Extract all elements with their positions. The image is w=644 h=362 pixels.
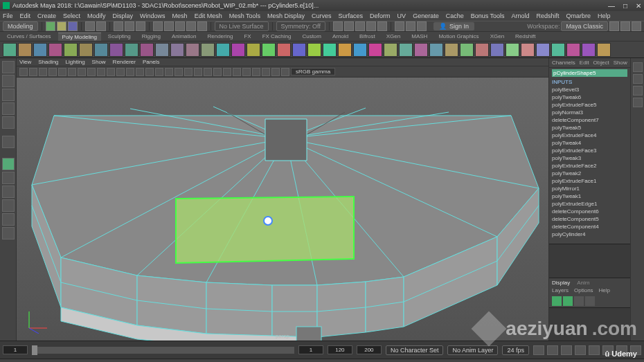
shelf-button-21[interactable] — [323, 43, 337, 57]
shelf-tab-motion-graphics[interactable]: Motion Graphics — [434, 33, 483, 40]
shelf-tab-arnold[interactable]: Arnold — [328, 33, 352, 40]
minimize-button[interactable]: — — [608, 2, 615, 10]
menu-deform[interactable]: Deform — [370, 12, 391, 19]
history-node[interactable]: polyMirror1 — [552, 185, 627, 192]
playblast-icon[interactable] — [377, 21, 387, 31]
history-node[interactable]: polyTweak3 — [552, 154, 627, 162]
layer-tab-help[interactable]: Help — [599, 287, 610, 293]
viewport-btn-10[interactable] — [116, 68, 125, 76]
viewport-btn-3[interactable] — [48, 68, 57, 76]
shelf-button-30[interactable] — [460, 43, 474, 57]
paint-select-icon[interactable] — [136, 21, 145, 31]
bevel-manipulator-icon[interactable] — [263, 216, 273, 226]
menu-create[interactable]: Create — [37, 12, 56, 19]
menu-display[interactable]: Display — [113, 12, 134, 19]
time-slider-head[interactable] — [32, 345, 37, 355]
history-node[interactable]: polyCylinder4 — [552, 230, 627, 238]
shelf-button-1[interactable] — [18, 43, 32, 57]
channel-tab-channels[interactable]: Channels — [552, 60, 575, 66]
shelf-button-3[interactable] — [48, 43, 62, 57]
shelf-button-20[interactable] — [307, 43, 321, 57]
shelf-button-6[interactable] — [94, 43, 108, 57]
sign-in-button[interactable]: 👤 Sign In — [433, 22, 474, 30]
symmetry-toggle[interactable]: Symmetry: Off — [276, 21, 325, 31]
shelf-tab-custom[interactable]: Custom — [298, 33, 325, 40]
shelf-button-22[interactable] — [338, 43, 352, 57]
layout-hyper-icon[interactable] — [2, 213, 15, 226]
menu-uv[interactable]: UV — [397, 12, 406, 19]
range-start-field[interactable] — [3, 345, 28, 354]
history-node[interactable]: deleteComponent5 — [552, 215, 627, 223]
shelf-button-29[interactable] — [445, 43, 458, 57]
shelf-button-25[interactable] — [384, 43, 397, 57]
render-settings-icon[interactable] — [366, 21, 376, 31]
history-node[interactable]: deleteComponent7 — [552, 116, 627, 124]
viewport-btn-26[interactable] — [271, 68, 280, 76]
shelf-button-5[interactable] — [79, 43, 93, 57]
viewport-btn-2[interactable] — [39, 68, 47, 76]
scale-tool-icon[interactable] — [2, 116, 15, 129]
history-node[interactable]: polyExtrudeFace1 — [552, 177, 627, 185]
new-scene-icon[interactable] — [46, 21, 55, 31]
shelf-tab-sculpting[interactable]: Sculpting — [104, 33, 135, 40]
shelf-button-39[interactable] — [597, 43, 611, 57]
viewport-btn-13[interactable] — [145, 68, 154, 76]
menu-modify[interactable]: Modify — [87, 12, 106, 19]
viewport-btn-7[interactable] — [87, 68, 96, 76]
menu-windows[interactable]: Windows — [140, 12, 166, 19]
menu-redshift[interactable]: Redshift — [537, 12, 560, 19]
shelf-tab-poly-modeling[interactable]: Poly Modeling — [58, 33, 101, 41]
history-node[interactable]: polyTweak1 — [552, 192, 627, 200]
viewport-btn-0[interactable] — [19, 68, 28, 76]
shelf-button-8[interactable] — [125, 43, 138, 57]
layout-single-icon[interactable] — [2, 158, 15, 170]
menu-help[interactable]: Help — [598, 12, 611, 19]
panel-menu-panels[interactable]: Panels — [143, 59, 159, 65]
history-node[interactable]: polyExtrudeFace5 — [552, 101, 627, 109]
viewport-btn-24[interactable] — [252, 68, 260, 76]
channel-tab-show[interactable]: Show — [614, 60, 627, 66]
viewport-btn-20[interactable] — [213, 68, 222, 76]
menu-curves[interactable]: Curves — [312, 12, 332, 19]
maximize-button[interactable]: □ — [623, 2, 627, 10]
viewport-btn-6[interactable] — [78, 68, 86, 76]
menu-edit-mesh[interactable]: Edit Mesh — [195, 12, 222, 19]
snap-grid-icon[interactable] — [153, 21, 163, 31]
shelf-button-10[interactable] — [155, 43, 169, 57]
attribute-editor-icon[interactable] — [633, 74, 643, 84]
anim-layer-selector[interactable]: No Anim Layer — [447, 345, 498, 355]
snap-plane-icon[interactable] — [186, 21, 196, 31]
viewport-btn-15[interactable] — [165, 68, 173, 76]
display-tab[interactable]: Display — [552, 280, 570, 286]
layer-add-icon[interactable] — [563, 296, 573, 306]
menu-bonus-tools[interactable]: Bonus Tools — [471, 12, 505, 19]
shelf-button-31[interactable] — [475, 43, 489, 57]
play-forward-icon[interactable] — [575, 345, 586, 355]
layout-four-icon[interactable] — [2, 172, 15, 184]
tool-settings-icon[interactable] — [633, 86, 643, 96]
shelf-button-37[interactable] — [566, 43, 580, 57]
panel-menu-view[interactable]: View — [19, 59, 31, 65]
viewport-persp[interactable]: persp — [17, 78, 548, 341]
shelf-button-33[interactable] — [506, 43, 519, 57]
history-node[interactable]: polyExtrudeFace2 — [552, 162, 627, 170]
step-forward-icon[interactable] — [589, 345, 600, 355]
shelf-button-12[interactable] — [186, 43, 199, 57]
history-node[interactable]: polyNormal3 — [552, 109, 627, 116]
shelf-button-24[interactable] — [368, 43, 382, 57]
shelf-button-26[interactable] — [399, 43, 413, 57]
panel-menu-renderer[interactable]: Renderer — [113, 59, 136, 65]
shelf-button-36[interactable] — [551, 43, 565, 57]
shelf-button-0[interactable] — [3, 43, 17, 57]
modeling-toolkit-icon[interactable] — [633, 62, 643, 72]
module-selector[interactable]: Modeling — [3, 21, 38, 31]
lasso-icon[interactable] — [125, 21, 134, 31]
layout-outliner-icon[interactable] — [2, 185, 15, 198]
viewport-btn-23[interactable] — [242, 68, 251, 76]
ipr-icon[interactable] — [355, 21, 365, 31]
viewport-btn-11[interactable] — [126, 68, 134, 76]
menu-generate[interactable]: Generate — [413, 12, 439, 19]
viewport-btn-8[interactable] — [97, 68, 105, 76]
fps-display[interactable]: 24 fps — [502, 345, 529, 355]
menu-edit[interactable]: Edit — [20, 12, 31, 19]
